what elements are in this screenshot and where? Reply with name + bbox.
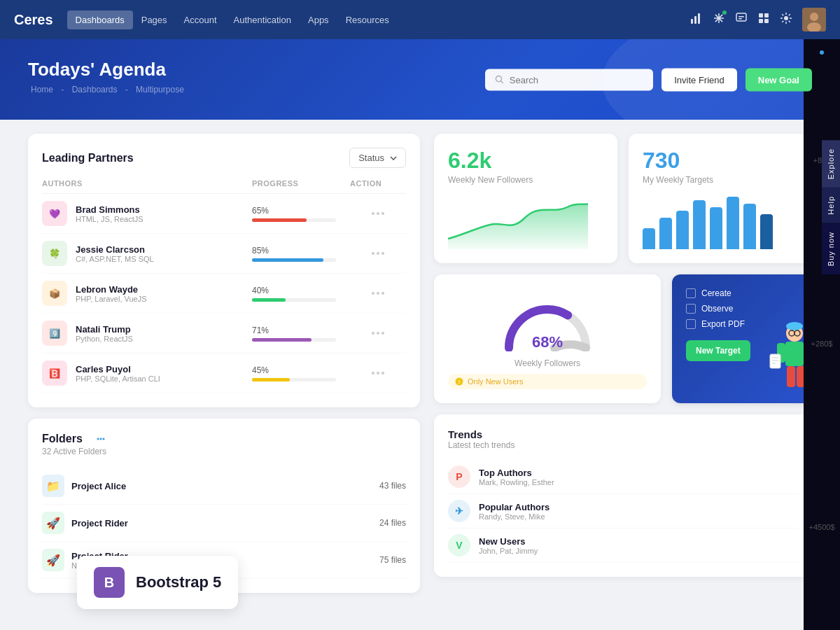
search-input[interactable]: [510, 74, 643, 85]
author-avatar: 🍀: [42, 241, 67, 266]
progress-wrap: 71%: [252, 326, 350, 342]
progress-bar: [252, 258, 323, 262]
bar-item: [743, 204, 756, 249]
grid-icon[interactable]: [757, 12, 770, 27]
author-skills: PHP, Laravel, VueJS: [76, 295, 147, 303]
nav-apps[interactable]: Apps: [300, 10, 337, 29]
author-name: Jessie Clarcson: [76, 244, 154, 255]
leading-partners-title: Leading Partners: [42, 152, 134, 164]
promo-checkbox-3[interactable]: [686, 319, 696, 329]
svg-rect-14: [764, 19, 769, 23]
action-dots[interactable]: [350, 212, 406, 215]
author-skills: PHP, SQLite, Artisan CLI: [76, 374, 160, 383]
chevron-down-icon: [390, 156, 397, 160]
promo-checkbox-1[interactable]: [686, 288, 696, 298]
bootstrap-text: Bootstrap 5: [136, 573, 221, 592]
svg-line-28: [501, 81, 503, 83]
bar-item: [727, 197, 739, 249]
progress-pct: 71%: [252, 326, 343, 335]
invite-friend-button[interactable]: Invite Friend: [662, 68, 737, 91]
progress-bar-bg: [252, 218, 336, 222]
promo-checkbox-2[interactable]: [686, 304, 696, 314]
folders-dots-icon[interactable]: [95, 433, 106, 444]
svg-rect-1: [694, 16, 696, 24]
nav-resources[interactable]: Resources: [337, 10, 398, 29]
trends-subtitle: Latest tech trends: [448, 440, 798, 450]
author-skills: HTML, JS, ReactJS: [76, 215, 144, 223]
svg-point-40: [786, 322, 803, 330]
dark-value-2: +280$: [811, 340, 833, 348]
new-goal-button[interactable]: New Goal: [746, 68, 812, 91]
status-dropdown[interactable]: Status: [349, 148, 406, 168]
table-row: 9️⃣ Natali Trump Python, ReactJS 71%: [42, 314, 406, 354]
action-dots[interactable]: [350, 292, 406, 295]
promo-item-2: Observe: [686, 304, 798, 314]
table-row: 💜 Brad Simmons HTML, JS, ReactJS 65%: [42, 194, 406, 234]
progress-wrap: 65%: [252, 206, 350, 222]
nav-authentication[interactable]: Authentication: [225, 10, 300, 29]
svg-rect-0: [691, 19, 693, 24]
table-row: 🍀 Jessie Clarcson C#, ASP.NET, MS SQL 85…: [42, 234, 406, 274]
followers-stat: 6.2k: [448, 148, 603, 174]
progress-bar-bg: [252, 298, 336, 302]
author-info: 💜 Brad Simmons HTML, JS, ReactJS: [42, 201, 252, 226]
progress-pct: 40%: [252, 286, 343, 295]
bootstrap-icon: B: [94, 567, 125, 598]
targets-label: My Weekly Targets: [643, 175, 798, 185]
author-info: 9️⃣ Natali Trump Python, ReactJS: [42, 321, 252, 346]
trends-title: Trends: [448, 428, 798, 440]
trend-authors: Mark, Rowling, Esther: [479, 478, 554, 486]
action-dots[interactable]: [350, 372, 406, 374]
gauge-card: 68% Weekly Followers ! Only New Users: [434, 274, 661, 403]
explore-label[interactable]: Explore: [822, 140, 840, 188]
svg-point-27: [496, 76, 502, 82]
author-info: 🍀 Jessie Clarcson C#, ASP.NET, MS SQL: [42, 241, 252, 266]
author-avatar: 📦: [42, 281, 67, 306]
action-dots[interactable]: [350, 332, 406, 335]
help-label[interactable]: Help: [822, 188, 840, 223]
svg-point-31: [103, 438, 105, 440]
trend-authors: Randy, Steve, Mike: [479, 512, 550, 521]
folder-icon: 🚀: [42, 549, 64, 571]
svg-rect-13: [759, 19, 763, 23]
bootstrap-overlay: B Bootstrap 5: [77, 556, 238, 609]
sun-icon[interactable]: [780, 12, 792, 27]
folder-info: 📁 Project Alice: [42, 475, 126, 497]
bar-item: [760, 214, 773, 249]
bar-chart-icon[interactable]: [690, 12, 703, 27]
right-panel: 6.2k Weekly New Followers: [434, 134, 812, 593]
progress-pct: 65%: [252, 206, 343, 216]
action-dots[interactable]: [350, 252, 406, 255]
author-skills: Python, ReactJS: [76, 335, 133, 343]
nav-account[interactable]: Account: [176, 10, 225, 29]
search-box: [485, 69, 653, 90]
svg-point-15: [784, 16, 788, 20]
svg-rect-38: [787, 366, 795, 387]
chat-icon[interactable]: [735, 12, 748, 27]
folder-files: 75 files: [379, 555, 406, 565]
svg-line-20: [782, 14, 783, 15]
buy-now-label[interactable]: Buy now: [822, 223, 840, 274]
svg-line-23: [782, 21, 783, 22]
progress-pct: 85%: [252, 246, 343, 255]
progress-bar: [252, 378, 290, 382]
author-avatar: 9️⃣: [42, 321, 67, 346]
svg-line-22: [789, 14, 790, 15]
targets-stat: 730: [643, 148, 798, 174]
author-info: 🅱️ Carles Puyol PHP, SQLite, Artisan CLI: [42, 360, 252, 386]
folders-title: Folders: [42, 433, 83, 445]
folder-name: Project Alice: [71, 481, 126, 491]
trend-icon: ✈: [448, 500, 470, 522]
asterisk-icon[interactable]: [713, 12, 725, 27]
trends-card: Trends Latest tech trends P Top Authors …: [434, 414, 812, 577]
svg-rect-12: [764, 13, 769, 18]
progress-bar-bg: [252, 338, 336, 342]
new-target-button[interactable]: New Target: [686, 340, 750, 361]
nav-pages[interactable]: Pages: [133, 10, 176, 29]
search-icon: [495, 75, 504, 85]
dark-side-panel: +82$ +280$ +4500$: [804, 39, 840, 630]
app-logo: Ceres: [14, 12, 53, 28]
svg-line-21: [789, 21, 790, 22]
user-avatar[interactable]: [802, 8, 826, 31]
nav-dashboards[interactable]: Dashboards: [67, 10, 133, 29]
